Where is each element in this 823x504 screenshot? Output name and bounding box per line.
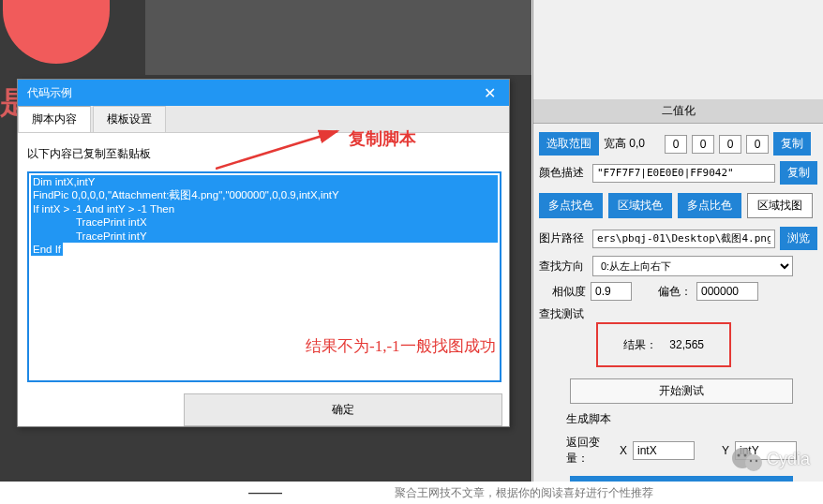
code-line: TracePrint intY bbox=[31, 230, 498, 243]
code-line: FindPic 0,0,0,0,"Attachment:截图4.png","00… bbox=[31, 188, 498, 201]
search-dir-label: 查找方向 bbox=[539, 259, 588, 274]
bottom-strip: ——— 聚合王网技不文章，根据你的阅读喜好进行个性推荐 bbox=[0, 482, 823, 504]
color-desc-label: 颜色描述 bbox=[539, 165, 588, 181]
svg-point-4 bbox=[737, 454, 740, 457]
offset-input[interactable] bbox=[696, 282, 758, 301]
dialog-footer: 确定 bbox=[18, 393, 509, 426]
coord-input-d[interactable] bbox=[746, 135, 769, 154]
ok-button[interactable]: 确定 bbox=[184, 393, 502, 426]
code-line: Dim intX,intY bbox=[31, 175, 498, 188]
similarity-row: 相似度 偏色： bbox=[533, 279, 823, 304]
gen-script-label: 生成脚本 bbox=[557, 408, 806, 431]
search-dir-select[interactable]: 0:从左上向右下 bbox=[592, 256, 793, 276]
x-label: X bbox=[620, 444, 627, 457]
annotation-result-note: 结果不为-1,-1一般找图成功 bbox=[306, 335, 496, 357]
tab-template-settings[interactable]: 模板设置 bbox=[93, 106, 166, 132]
image-path-label: 图片路径 bbox=[539, 230, 588, 246]
tab-area-find-image[interactable]: 区域找图 bbox=[747, 193, 813, 218]
similarity-input[interactable] bbox=[591, 282, 632, 301]
mode-tabs: 多点找色 区域找色 多点比色 区域找图 bbox=[533, 187, 823, 224]
close-icon[interactable]: ✕ bbox=[480, 84, 500, 102]
cydia-text: Cydia bbox=[767, 450, 810, 469]
return-var-label: 返回变量： bbox=[566, 435, 614, 467]
dialog-titlebar[interactable]: 代码示例 ✕ bbox=[18, 80, 509, 106]
code-line: End If bbox=[31, 243, 63, 256]
panel-title: 二值化 bbox=[533, 99, 823, 124]
return-x-input[interactable] bbox=[633, 441, 695, 460]
app-logo bbox=[3, 0, 110, 64]
svg-point-6 bbox=[750, 460, 752, 462]
code-line: If intX > -1 And intY > -1 Then bbox=[31, 202, 498, 215]
search-dir-row: 查找方向 0:从左上向右下 bbox=[533, 253, 823, 279]
y-label: Y bbox=[722, 444, 729, 457]
bottom-left-text: ——— bbox=[0, 486, 282, 499]
tab-multi-find-color[interactable]: 多点找色 bbox=[539, 193, 603, 218]
svg-point-3 bbox=[745, 454, 762, 471]
similarity-label: 相似度 bbox=[539, 284, 586, 300]
clipboard-note: 以下内容已复制至黏贴板 bbox=[27, 141, 500, 171]
copy-color-button[interactable]: 复制 bbox=[780, 161, 817, 185]
svg-point-5 bbox=[743, 454, 746, 457]
start-test-button[interactable]: 开始测试 bbox=[570, 378, 793, 404]
image-path-input[interactable] bbox=[592, 230, 775, 248]
image-path-row: 图片路径 浏览 bbox=[533, 224, 823, 253]
result-label: 结果： bbox=[623, 338, 657, 351]
copy-coords-button[interactable]: 复制 bbox=[773, 132, 811, 156]
annotation-copy-script: 复制脚本 bbox=[349, 127, 416, 150]
wechat-icon bbox=[731, 446, 763, 472]
tab-script-content[interactable]: 脚本内容 bbox=[18, 106, 91, 132]
result-value: 32,565 bbox=[669, 338, 704, 351]
svg-point-7 bbox=[756, 460, 757, 462]
wh-label: 宽高 0,0 bbox=[604, 136, 660, 152]
coord-input-a[interactable] bbox=[665, 135, 687, 154]
select-range-button[interactable]: 选取范围 bbox=[539, 132, 599, 156]
search-test-label: 查找测试 bbox=[539, 306, 588, 322]
color-desc-input[interactable] bbox=[592, 164, 775, 183]
tab-area-find-color[interactable]: 区域找色 bbox=[608, 193, 672, 218]
code-example-dialog: 代码示例 ✕ 脚本内容 模板设置 以下内容已复制至黏贴板 Dim intX,in… bbox=[17, 79, 510, 427]
range-row: 选取范围 宽高 0,0 复制 bbox=[533, 129, 823, 158]
coord-input-b[interactable] bbox=[692, 135, 714, 154]
result-box: 结果： 32,565 bbox=[596, 322, 731, 367]
bottom-right-text: 聚合王网技不文章，根据你的阅读喜好进行个性推荐 bbox=[282, 485, 653, 501]
editor-top-strip bbox=[145, 0, 531, 75]
cydia-watermark: Cydia bbox=[731, 446, 810, 472]
color-desc-row: 颜色描述 复制 bbox=[533, 158, 823, 187]
code-line: TracePrint intX bbox=[31, 215, 498, 229]
dialog-title: 代码示例 bbox=[27, 85, 72, 101]
coord-input-c[interactable] bbox=[719, 135, 741, 154]
offset-label: 偏色： bbox=[658, 284, 692, 300]
tab-multi-compare-color[interactable]: 多点比色 bbox=[678, 193, 741, 218]
browse-button[interactable]: 浏览 bbox=[780, 227, 817, 250]
dialog-tab-bar: 脚本内容 模板设置 bbox=[18, 106, 509, 133]
